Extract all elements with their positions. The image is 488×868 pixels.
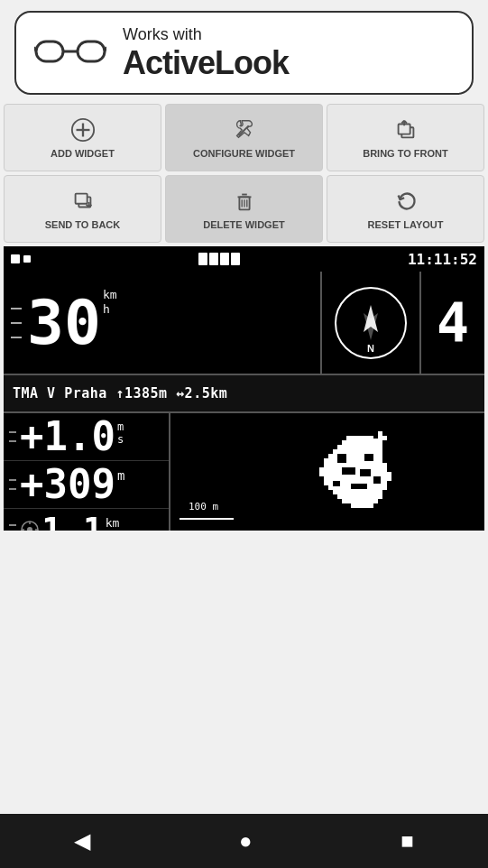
svg-rect-48: [337, 454, 346, 463]
display-content: 30 km h N 4 TMA V Praha ↑1385m ↔2.5km: [4, 272, 484, 530]
add-widget-label: ADD WIDGET: [51, 148, 115, 160]
add-widget-button[interactable]: ADD WIDGET: [4, 104, 161, 171]
undo-icon: [393, 189, 419, 214]
reset-layout-button[interactable]: RESET LAYOUT: [327, 175, 484, 243]
metric-value-1: +1.0: [20, 417, 115, 457]
metric-line-2: [9, 440, 16, 442]
button-grid-row1: ADD WIDGET CONFIGURE WIDGET BRING TO FRO…: [4, 104, 484, 171]
battery-seg-4: [231, 253, 240, 265]
info-row: TMA V Praha ↑1385m ↔2.5km: [4, 375, 484, 413]
status-time: 11:11:52: [408, 251, 477, 268]
battery-seg-1: [198, 253, 207, 265]
wrench-icon: [232, 117, 257, 143]
metric-row-1: +1.0 ms: [4, 413, 169, 461]
speed-value: 30: [27, 292, 101, 354]
layers-front-icon: [393, 117, 419, 143]
header-text: Works with ActiveLook: [123, 25, 289, 80]
speed-unit: km h: [103, 288, 117, 316]
svg-rect-38: [324, 463, 387, 467]
speed-block: 30 km h: [4, 272, 322, 374]
speed-lines: [11, 308, 22, 338]
spacer: [0, 531, 488, 814]
svg-rect-33: [342, 440, 378, 445]
battery-seg-2: [209, 253, 218, 265]
send-to-back-label: SEND TO BACK: [45, 219, 121, 231]
glasses-icon: [34, 32, 106, 73]
svg-rect-53: [351, 484, 367, 489]
battery-seg-3: [220, 253, 229, 265]
metric-line-1: [9, 431, 16, 433]
speed-line-1: [11, 308, 22, 309]
compass-circle: N: [335, 287, 407, 359]
recent-apps-button[interactable]: ■: [401, 828, 414, 854]
svg-rect-50: [342, 467, 355, 475]
speed-icon: [20, 520, 40, 530]
svg-rect-56: [382, 436, 387, 440]
svg-rect-46: [342, 499, 378, 503]
delete-widget-button[interactable]: DELETE WIDGET: [165, 175, 323, 243]
status-left: [11, 254, 31, 263]
metric-value-2: +309: [20, 465, 115, 504]
compass-block: N: [322, 272, 421, 374]
svg-rect-35: [333, 449, 382, 454]
metric-lines-3: [9, 524, 16, 530]
svg-rect-37: [324, 458, 382, 463]
svg-rect-0: [36, 42, 63, 61]
svg-rect-47: [351, 503, 373, 508]
home-button[interactable]: ●: [239, 828, 253, 854]
svg-rect-41: [324, 476, 391, 481]
status-bar: 11:11:52: [4, 246, 484, 272]
button-grid-row2: SEND TO BACK DELETE WIDGET RESET LAYOUT: [4, 175, 484, 243]
svg-rect-49: [364, 454, 373, 461]
add-circle-icon: [70, 117, 96, 143]
number-block: 4: [421, 272, 484, 374]
metric-lines-2: [9, 479, 16, 490]
metric-unit-2: m: [117, 468, 124, 483]
map-area: 100 m: [170, 413, 484, 530]
bottom-nav-bar: ◀ ● ■: [0, 814, 488, 868]
svg-rect-32: [346, 436, 373, 440]
layers-back-icon: [70, 189, 96, 214]
delete-widget-label: DELETE WIDGET: [203, 219, 284, 231]
svg-rect-54: [373, 476, 381, 484]
map-creature: [306, 431, 414, 530]
svg-rect-45: [337, 494, 382, 499]
svg-rect-52: [333, 481, 340, 486]
send-to-back-button[interactable]: SEND TO BACK: [4, 175, 161, 243]
configure-widget-button[interactable]: CONFIGURE WIDGET: [165, 104, 323, 171]
metric-line-3: [9, 479, 16, 481]
left-metrics: +1.0 ms +309 m: [4, 413, 170, 530]
side-number: 4: [437, 291, 469, 355]
metric-row-3: 1.1 km: [4, 509, 169, 530]
metric-row-2: +309 m: [4, 461, 169, 509]
map-scale: 100 m: [180, 518, 234, 522]
metric-value-3: 1.1: [41, 512, 104, 530]
svg-rect-51: [360, 469, 371, 476]
metric-lines-1: [9, 431, 16, 442]
svg-rect-34: [337, 445, 382, 449]
map-scale-label: 100 m: [189, 501, 218, 512]
works-with-label: Works with: [123, 25, 289, 45]
svg-rect-57: [373, 439, 378, 443]
back-button[interactable]: ◀: [74, 828, 90, 854]
svg-rect-44: [333, 490, 382, 494]
reset-layout-label: RESET LAYOUT: [368, 219, 444, 231]
status-dot-1: [11, 254, 20, 263]
trash-icon: [232, 189, 257, 214]
map-scale-line: [180, 518, 234, 520]
metric-unit-1: ms: [117, 420, 124, 446]
metric-line-4: [9, 488, 16, 490]
status-dot-2: [23, 255, 31, 263]
bring-to-front-label: BRING TO FRONT: [363, 148, 448, 160]
speed-line-2: [11, 322, 22, 324]
bring-to-front-button[interactable]: BRING TO FRONT: [327, 104, 484, 171]
metric-unit-3: km: [106, 516, 120, 530]
info-text: TMA V Praha ↑1385m ↔2.5km: [13, 385, 227, 402]
metric-line-5: [9, 524, 16, 526]
svg-rect-1: [78, 42, 105, 61]
display-screen: 11:11:52 30 km h N: [4, 246, 484, 530]
svg-rect-14: [75, 194, 87, 204]
battery-area: [198, 253, 240, 265]
speed-line-3: [11, 337, 22, 338]
svg-rect-36: [328, 454, 382, 458]
